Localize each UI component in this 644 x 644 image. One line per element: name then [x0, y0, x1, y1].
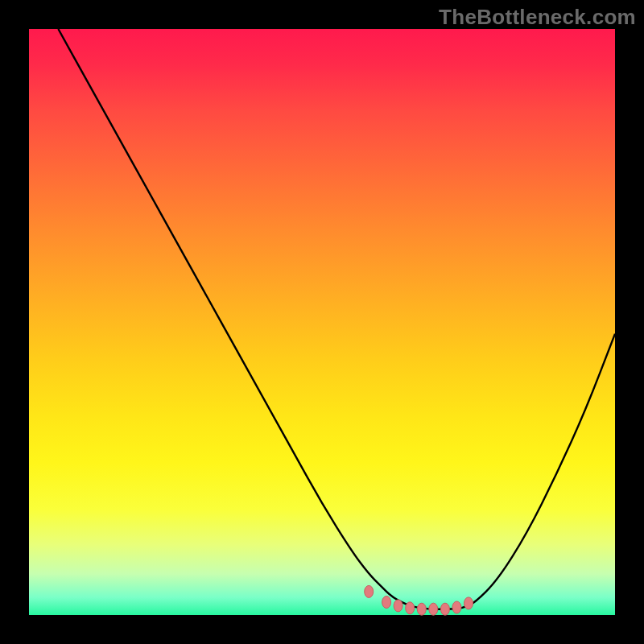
highlight-dot	[417, 603, 426, 615]
highlight-dot	[464, 597, 473, 609]
highlight-dot	[429, 603, 438, 615]
highlight-dot	[406, 602, 415, 614]
highlight-dot	[394, 600, 402, 612]
dots-group	[365, 585, 473, 615]
highlight-dot	[452, 601, 461, 613]
plot-area	[29, 29, 615, 615]
highlight-dots	[29, 29, 615, 615]
highlight-dot	[365, 585, 374, 597]
highlight-dot	[382, 597, 391, 609]
highlight-dot	[440, 603, 449, 615]
chart-frame: TheBottleneck.com	[0, 0, 644, 644]
watermark-label: TheBottleneck.com	[439, 5, 636, 30]
